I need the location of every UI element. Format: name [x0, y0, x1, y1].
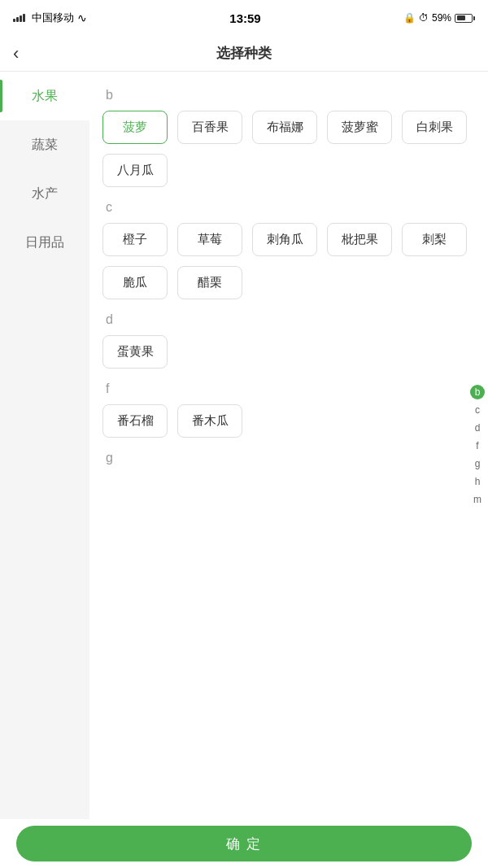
alpha-m[interactable]: m — [470, 492, 485, 507]
alpha-c[interactable]: c — [470, 403, 485, 417]
nav-title: 选择种类 — [216, 44, 272, 63]
section-g-letter: g — [102, 441, 475, 473]
sidebar-label-daily: 日用品 — [25, 234, 64, 251]
item-白刺果[interactable]: 白刺果 — [402, 111, 467, 144]
sidebar-item-daily[interactable]: 日用品 — [0, 218, 89, 267]
alpha-g[interactable]: g — [470, 456, 485, 471]
section-b-letter: b — [102, 78, 475, 111]
item-刺梨[interactable]: 刺梨 — [402, 223, 467, 256]
alpha-h[interactable]: h — [470, 474, 485, 489]
item-菠萝蜜[interactable]: 菠萝蜜 — [327, 111, 392, 144]
section-f-letter: f — [102, 372, 475, 404]
section-c-letter: c — [102, 190, 475, 223]
wifi-icon: ∿ — [77, 11, 87, 24]
sidebar: 水果 蔬菜 水产 日用品 — [0, 72, 89, 819]
back-button[interactable]: ‹ — [13, 43, 19, 64]
alpha-index: b c d f g h m — [470, 385, 485, 507]
section-f-grid: 番石榴 番木瓜 — [102, 404, 475, 438]
sidebar-label-seafood: 水产 — [32, 185, 58, 203]
sidebar-item-seafood[interactable]: 水产 — [0, 169, 89, 218]
sidebar-label-veg: 蔬菜 — [32, 137, 58, 154]
item-脆瓜[interactable]: 脆瓜 — [102, 266, 168, 299]
section-c-grid: 橙子 草莓 刺角瓜 枇把果 刺梨 脆瓜 醋栗 — [102, 223, 475, 299]
status-right: 🔒 ⏱ 59% — [403, 12, 475, 24]
signal-icon — [13, 14, 25, 22]
item-菠萝[interactable]: 菠萝 — [102, 111, 168, 144]
status-left: 中国移动 ∿ — [13, 11, 87, 25]
alpha-b[interactable]: b — [470, 385, 485, 399]
confirm-button[interactable]: 确 定 — [16, 826, 472, 861]
item-番木瓜[interactable]: 番木瓜 — [177, 404, 242, 438]
item-草莓[interactable]: 草莓 — [177, 223, 242, 256]
item-蛋黄果[interactable]: 蛋黄果 — [102, 335, 168, 369]
status-time: 13:59 — [229, 11, 260, 25]
nav-bar: ‹ 选择种类 — [0, 36, 488, 72]
section-d-letter: d — [102, 303, 475, 335]
section-b-grid: 菠萝 百香果 布福娜 菠萝蜜 白刺果 八月瓜 — [102, 111, 475, 187]
section-g-grid — [102, 473, 475, 508]
item-八月瓜[interactable]: 八月瓜 — [102, 154, 168, 187]
item-橙子[interactable]: 橙子 — [102, 223, 168, 256]
lock-icon: 🔒 — [403, 12, 416, 24]
item-番石榴[interactable]: 番石榴 — [102, 404, 168, 438]
section-d-grid: 蛋黄果 — [102, 335, 475, 369]
item-刺角瓜[interactable]: 刺角瓜 — [252, 223, 317, 256]
battery-percent: 59% — [432, 12, 451, 24]
item-醋栗[interactable]: 醋栗 — [177, 266, 242, 299]
item-百香果[interactable]: 百香果 — [177, 111, 242, 144]
battery-icon — [455, 14, 475, 23]
alpha-f[interactable]: f — [470, 438, 485, 453]
status-bar: 中国移动 ∿ 13:59 🔒 ⏱ 59% — [0, 0, 488, 36]
item-枇把果[interactable]: 枇把果 — [327, 223, 392, 256]
main-layout: 水果 蔬菜 水产 日用品 b 菠萝 百香果 布福娜 菠萝蜜 白刺果 八月瓜 c … — [0, 72, 488, 819]
sidebar-item-veg[interactable]: 蔬菜 — [0, 120, 89, 169]
alarm-icon: ⏱ — [419, 12, 429, 24]
carrier-label: 中国移动 — [32, 11, 74, 25]
alpha-d[interactable]: d — [470, 421, 485, 435]
confirm-bar: 确 定 — [0, 819, 488, 868]
sidebar-item-fruit[interactable]: 水果 — [0, 72, 89, 120]
item-布福娜[interactable]: 布福娜 — [252, 111, 317, 144]
sidebar-label-fruit: 水果 — [32, 88, 58, 105]
content-area[interactable]: b 菠萝 百香果 布福娜 菠萝蜜 白刺果 八月瓜 c 橙子 草莓 刺角瓜 枇把果… — [89, 72, 488, 819]
